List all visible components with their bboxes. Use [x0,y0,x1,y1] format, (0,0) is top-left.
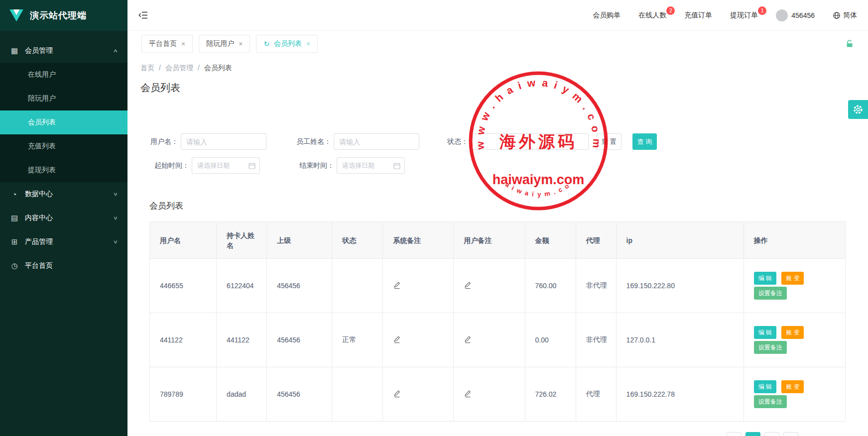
col-header-agent: 代理 [576,222,616,259]
cell-actions: 编 辑 账 变 设置备注 [744,259,845,313]
reset-button[interactable]: 重 置 [597,133,621,150]
collapse-sidebar-icon[interactable] [138,11,148,19]
sidebar-item-member-management[interactable]: ▦ 会员管理 ∧ [0,39,127,63]
cell-superior: 456456 [267,367,332,422]
tab-label: 平台首页 [149,39,177,48]
staff-name-label: 员工姓名： [285,137,331,146]
breadcrumb-item[interactable]: 首页 [140,64,154,73]
breadcrumb-item[interactable]: 会员管理 [165,64,193,73]
settings-button[interactable] [848,100,868,119]
next-page-button[interactable] [783,432,798,436]
col-header-system-note: 系统备注 [383,222,454,259]
sidebar-item-content-center[interactable]: ▤ 内容中心 ∨ [0,206,127,230]
edit-note-icon[interactable] [393,281,401,289]
sidebar-item-member-list[interactable]: 会员列表 [0,110,127,134]
account-change-button[interactable]: 账 变 [781,380,804,393]
menu-label: 充值列表 [28,142,56,151]
cell-status: 正常 [332,313,383,367]
menu-label: 会员列表 [28,118,56,127]
close-icon[interactable]: × [239,40,243,48]
menu-label: 在线用户 [28,70,56,79]
username: 456456 [791,11,815,19]
member-list-panel: 用户名： 员工姓名： 状态： 重 置 查 询 起始时间： 结束时间： [149,133,855,436]
user-menu[interactable]: 456456 [776,9,815,21]
edit-button[interactable]: 编 辑 [754,380,776,393]
cell-ip: 127.0.0.1 [616,313,744,367]
cell-username: 789789 [150,367,217,422]
cell-amount: 726.02 [525,367,576,422]
cell-user-note [454,313,525,367]
lock-tabs-button[interactable] [845,39,854,48]
lock-icon [845,39,854,48]
set-note-button[interactable]: 设置备注 [754,395,787,408]
edit-note-icon[interactable] [464,281,472,289]
page-button[interactable]: 2 [764,432,779,436]
calendar-icon [248,162,255,169]
set-note-button[interactable]: 设置备注 [754,287,787,300]
staff-name-input[interactable] [334,133,419,150]
tab-label: 陪玩用户 [206,39,234,48]
menu-label: 平台首页 [25,261,53,270]
tab-member-list[interactable]: ↻ 会员列表 × [256,35,318,53]
tab-label: 会员列表 [274,39,302,48]
member-management-submenu: 在线用户 陪玩用户 会员列表 充值列表 提现列表 [0,63,127,182]
sidebar-item-withdraw-list[interactable]: 提现列表 [0,158,127,182]
menu-label: 提现列表 [28,166,56,175]
cell-agent: 非代理 [576,259,616,313]
recharge-orders-link[interactable]: 充值订单 [684,11,712,20]
account-change-button[interactable]: 账 变 [781,326,804,339]
page-button[interactable]: 1 [745,432,760,436]
sidebar-item-platform-home[interactable]: ◷ 平台首页 [0,254,127,278]
edit-note-icon[interactable] [464,390,472,398]
close-icon[interactable]: × [181,40,185,48]
col-header-user-note: 用户备注 [454,222,525,259]
cell-actions: 编 辑 账 变 设置备注 [744,313,845,367]
refresh-icon[interactable]: ↻ [263,40,269,48]
breadcrumb-item-current: 会员列表 [204,64,232,73]
start-date-picker[interactable] [192,157,260,174]
online-count-link[interactable]: 在线人数2 [638,11,666,20]
pie-icon: ◔ [10,190,19,199]
col-header-superior: 上级 [267,222,332,259]
tab-platform-home[interactable]: 平台首页 × [141,35,193,53]
cell-cardholder: dadad [217,367,267,422]
app-logo: 演示站代理端 [0,0,127,31]
sidebar-item-product-management[interactable]: ⊞ 产品管理 ∨ [0,230,127,254]
end-date-picker[interactable] [337,157,405,174]
col-header-cardholder: 持卡人姓名 [217,222,267,259]
edit-button[interactable]: 编 辑 [754,326,776,339]
language-switcher[interactable]: 简体 [833,11,857,20]
tab-companion-users[interactable]: 陪玩用户 × [199,35,250,53]
sidebar-item-companion-users[interactable]: 陪玩用户 [0,87,127,110]
close-icon[interactable]: × [306,40,310,48]
edit-note-icon[interactable] [393,335,401,343]
chevron-down-icon: ∨ [113,239,118,244]
end-date-input[interactable] [342,162,393,169]
status-select[interactable] [471,133,589,150]
edit-note-icon[interactable] [393,390,401,398]
member-table: 用户名 持卡人姓名 上级 状态 系统备注 用户备注 金额 代理 ip 操作 44… [149,221,846,422]
col-header-username: 用户名 [150,222,217,259]
menu-label: 内容中心 [25,214,53,222]
col-header-actions: 操作 [744,222,845,259]
prev-page-button[interactable] [727,432,742,436]
edit-note-icon[interactable] [464,335,472,343]
username-input[interactable] [181,133,266,150]
withdraw-orders-link[interactable]: 提现订单1 [730,11,758,20]
account-change-button[interactable]: 账 变 [781,272,804,285]
sidebar-item-online-users[interactable]: 在线用户 [0,63,127,87]
start-date-input[interactable] [197,162,248,169]
member-orders-link[interactable]: 会员购单 [593,11,620,20]
cell-system-note [383,313,454,367]
sidebar-item-data-center[interactable]: ◔ 数据中心 ∨ [0,182,127,206]
edit-button[interactable]: 编 辑 [754,272,776,285]
cell-actions: 编 辑 账 变 设置备注 [744,367,845,422]
chevron-down-icon: ∨ [113,191,118,197]
menu-label: 数据中心 [25,190,53,199]
table-row: 789789 dadad 456456 726.02 [150,367,846,422]
sidebar-item-recharge-list[interactable]: 充值列表 [0,134,127,158]
set-note-button[interactable]: 设置备注 [754,341,787,354]
search-button[interactable]: 查 询 [632,133,657,150]
cell-status [332,259,383,313]
header-actions: 会员购单 在线人数2 充值订单 提现订单1 456456 简体 [593,9,857,21]
